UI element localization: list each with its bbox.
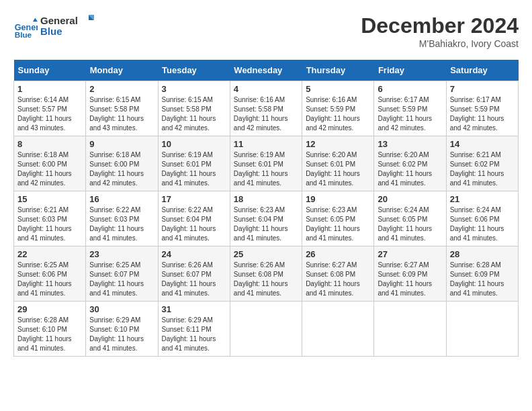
- calendar-cell: 29Sunrise: 6:28 AM Sunset: 6:10 PM Dayli…: [14, 302, 86, 357]
- page-header: General Blue General Blue December 2024 …: [13, 13, 519, 49]
- day-info: Sunrise: 6:17 AM Sunset: 5:59 PM Dayligh…: [450, 95, 515, 133]
- day-number: 29: [17, 304, 82, 314]
- day-number: 14: [450, 139, 515, 149]
- svg-text:Blue: Blue: [40, 26, 62, 37]
- calendar-cell: 30Sunrise: 6:29 AM Sunset: 6:10 PM Dayli…: [86, 302, 158, 357]
- day-info: Sunrise: 6:17 AM Sunset: 5:59 PM Dayligh…: [378, 95, 442, 133]
- day-number: 16: [89, 194, 154, 204]
- day-info: Sunrise: 6:27 AM Sunset: 6:08 PM Dayligh…: [306, 261, 370, 298]
- day-info: Sunrise: 6:14 AM Sunset: 5:57 PM Dayligh…: [17, 95, 82, 133]
- calendar-cell: 19Sunrise: 6:23 AM Sunset: 6:05 PM Dayli…: [302, 191, 374, 246]
- calendar-cell: 21Sunrise: 6:24 AM Sunset: 6:06 PM Dayli…: [446, 191, 518, 246]
- calendar-cell: 5Sunrise: 6:16 AM Sunset: 5:59 PM Daylig…: [302, 81, 374, 136]
- calendar-cell: 25Sunrise: 6:26 AM Sunset: 6:08 PM Dayli…: [230, 246, 302, 302]
- day-number: 25: [234, 249, 298, 259]
- weekday-header: Monday: [86, 60, 158, 81]
- calendar-cell: 6Sunrise: 6:17 AM Sunset: 5:59 PM Daylig…: [374, 81, 446, 136]
- day-info: Sunrise: 6:18 AM Sunset: 6:00 PM Dayligh…: [17, 150, 82, 188]
- weekday-header: Friday: [374, 60, 446, 81]
- day-info: Sunrise: 6:29 AM Sunset: 6:11 PM Dayligh…: [162, 316, 226, 353]
- svg-text:General: General: [40, 15, 78, 26]
- day-info: Sunrise: 6:16 AM Sunset: 5:59 PM Dayligh…: [306, 95, 370, 133]
- calendar-week-row: 1Sunrise: 6:14 AM Sunset: 5:57 PM Daylig…: [14, 81, 519, 136]
- day-info: Sunrise: 6:23 AM Sunset: 6:05 PM Dayligh…: [306, 205, 370, 243]
- calendar-cell: 14Sunrise: 6:21 AM Sunset: 6:02 PM Dayli…: [446, 136, 518, 191]
- calendar-cell: 18Sunrise: 6:23 AM Sunset: 6:04 PM Dayli…: [230, 191, 302, 246]
- calendar-cell: [446, 302, 518, 357]
- location: M'Bahiakro, Ivory Coast: [361, 38, 519, 49]
- calendar-week-row: 8Sunrise: 6:18 AM Sunset: 6:00 PM Daylig…: [14, 136, 519, 191]
- calendar-table: SundayMondayTuesdayWednesdayThursdayFrid…: [13, 60, 519, 357]
- day-info: Sunrise: 6:26 AM Sunset: 6:07 PM Dayligh…: [162, 261, 226, 298]
- day-info: Sunrise: 6:25 AM Sunset: 6:06 PM Dayligh…: [17, 261, 82, 298]
- day-number: 23: [89, 249, 154, 259]
- day-info: Sunrise: 6:27 AM Sunset: 6:09 PM Dayligh…: [378, 261, 442, 298]
- day-info: Sunrise: 6:21 AM Sunset: 6:03 PM Dayligh…: [17, 205, 82, 243]
- calendar-cell: 28Sunrise: 6:28 AM Sunset: 6:09 PM Dayli…: [446, 246, 518, 302]
- day-info: Sunrise: 6:24 AM Sunset: 6:05 PM Dayligh…: [378, 205, 442, 243]
- weekday-header-row: SundayMondayTuesdayWednesdayThursdayFrid…: [14, 60, 519, 81]
- weekday-header: Sunday: [14, 60, 86, 81]
- calendar-week-row: 15Sunrise: 6:21 AM Sunset: 6:03 PM Dayli…: [14, 191, 519, 246]
- svg-marker-2: [33, 18, 38, 21]
- day-number: 10: [162, 139, 226, 149]
- calendar-cell: 8Sunrise: 6:18 AM Sunset: 6:00 PM Daylig…: [14, 136, 86, 191]
- day-number: 3: [162, 84, 226, 94]
- calendar-cell: 10Sunrise: 6:19 AM Sunset: 6:01 PM Dayli…: [158, 136, 230, 191]
- day-number: 17: [162, 194, 226, 204]
- day-number: 13: [378, 139, 442, 149]
- day-number: 31: [162, 304, 226, 314]
- calendar-cell: [302, 302, 374, 357]
- day-number: 27: [378, 249, 442, 259]
- day-number: 20: [378, 194, 442, 204]
- day-number: 11: [234, 139, 298, 149]
- day-info: Sunrise: 6:15 AM Sunset: 5:58 PM Dayligh…: [89, 95, 154, 133]
- calendar-week-row: 29Sunrise: 6:28 AM Sunset: 6:10 PM Dayli…: [14, 302, 519, 357]
- calendar-cell: 15Sunrise: 6:21 AM Sunset: 6:03 PM Dayli…: [14, 191, 86, 246]
- day-number: 15: [17, 194, 82, 204]
- day-number: 1: [17, 84, 82, 94]
- title-block: December 2024 M'Bahiakro, Ivory Coast: [361, 13, 519, 49]
- month-title: December 2024: [361, 13, 519, 38]
- calendar-cell: 22Sunrise: 6:25 AM Sunset: 6:06 PM Dayli…: [14, 246, 86, 302]
- svg-text:Blue: Blue: [15, 30, 32, 39]
- calendar-cell: 12Sunrise: 6:20 AM Sunset: 6:01 PM Dayli…: [302, 136, 374, 191]
- day-number: 2: [89, 84, 154, 94]
- day-number: 5: [306, 84, 370, 94]
- calendar-cell: [374, 302, 446, 357]
- calendar-cell: 16Sunrise: 6:22 AM Sunset: 6:03 PM Dayli…: [86, 191, 158, 246]
- calendar-week-row: 22Sunrise: 6:25 AM Sunset: 6:06 PM Dayli…: [14, 246, 519, 302]
- calendar-cell: 3Sunrise: 6:15 AM Sunset: 5:58 PM Daylig…: [158, 81, 230, 136]
- day-info: Sunrise: 6:26 AM Sunset: 6:08 PM Dayligh…: [234, 261, 298, 298]
- day-number: 22: [17, 249, 82, 259]
- calendar-cell: 31Sunrise: 6:29 AM Sunset: 6:11 PM Dayli…: [158, 302, 230, 357]
- day-number: 28: [450, 249, 515, 259]
- calendar-cell: 1Sunrise: 6:14 AM Sunset: 5:57 PM Daylig…: [14, 81, 86, 136]
- day-number: 4: [234, 84, 298, 94]
- calendar-cell: 20Sunrise: 6:24 AM Sunset: 6:05 PM Dayli…: [374, 191, 446, 246]
- day-number: 12: [306, 139, 370, 149]
- logo-svg: General Blue: [40, 13, 94, 42]
- day-info: Sunrise: 6:16 AM Sunset: 5:58 PM Dayligh…: [234, 95, 298, 133]
- day-number: 30: [89, 304, 154, 314]
- logo-icon: General Blue: [13, 17, 38, 41]
- logo: General Blue General Blue: [13, 13, 94, 44]
- weekday-header: Thursday: [302, 60, 374, 81]
- day-info: Sunrise: 6:29 AM Sunset: 6:10 PM Dayligh…: [89, 316, 154, 353]
- day-info: Sunrise: 6:23 AM Sunset: 6:04 PM Dayligh…: [234, 205, 298, 243]
- day-info: Sunrise: 6:18 AM Sunset: 6:00 PM Dayligh…: [89, 150, 154, 188]
- weekday-header: Wednesday: [230, 60, 302, 81]
- day-info: Sunrise: 6:24 AM Sunset: 6:06 PM Dayligh…: [450, 205, 515, 243]
- calendar-cell: 17Sunrise: 6:22 AM Sunset: 6:04 PM Dayli…: [158, 191, 230, 246]
- calendar-cell: 4Sunrise: 6:16 AM Sunset: 5:58 PM Daylig…: [230, 81, 302, 136]
- day-info: Sunrise: 6:22 AM Sunset: 6:04 PM Dayligh…: [162, 205, 226, 243]
- day-info: Sunrise: 6:19 AM Sunset: 6:01 PM Dayligh…: [162, 150, 226, 188]
- day-number: 7: [450, 84, 515, 94]
- calendar-cell: 24Sunrise: 6:26 AM Sunset: 6:07 PM Dayli…: [158, 246, 230, 302]
- day-number: 18: [234, 194, 298, 204]
- day-info: Sunrise: 6:28 AM Sunset: 6:09 PM Dayligh…: [450, 261, 515, 298]
- day-number: 6: [378, 84, 442, 94]
- day-number: 21: [450, 194, 515, 204]
- day-info: Sunrise: 6:25 AM Sunset: 6:07 PM Dayligh…: [89, 261, 154, 298]
- day-number: 19: [306, 194, 370, 204]
